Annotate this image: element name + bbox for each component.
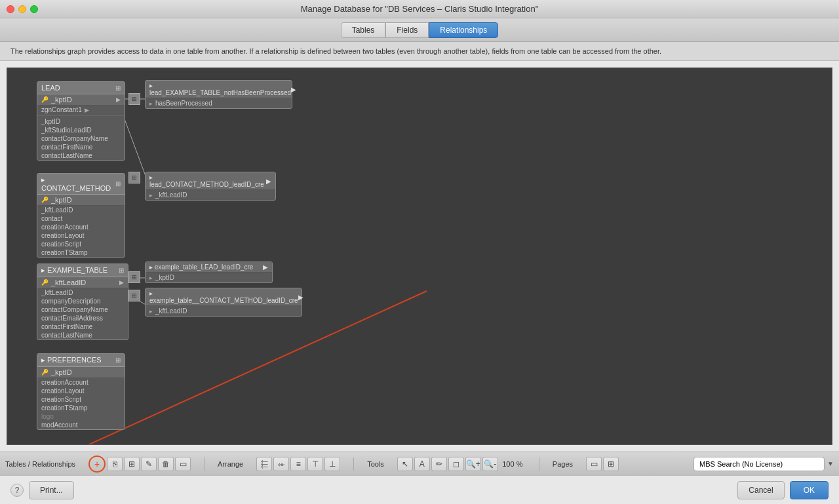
maximize-button[interactable] [30, 5, 38, 13]
toolbar-pages-group: ▭ ⊞ [586, 457, 619, 471]
join-box-3: ⊞ [128, 271, 140, 283]
tab-bar: Tables Fields Relationships [0, 18, 839, 42]
toolbar-tables-label: Tables / Relationships [5, 460, 75, 468]
search-dropdown-arrow[interactable]: ▼ [827, 460, 834, 467]
window-title: Manage Database for "DB Services – Clari… [301, 4, 539, 14]
table-preferences[interactable]: ▸ PREFERENCES ⊞ 🔑 _kptID creationAccount… [37, 353, 125, 430]
zoom-tool[interactable]: ◻ [448, 457, 464, 471]
title-bar: Manage Database for "DB Services – Clari… [0, 0, 839, 18]
separator-1 [204, 457, 205, 471]
rel-example-lead-header: ▸ example_table_LEAD_leadID_cre ▶ [146, 262, 272, 273]
join-box-1: ⊞ [128, 93, 140, 105]
search-box: ▼ [693, 457, 834, 471]
rel-example-lead-field: ▸ _kptID [146, 273, 272, 282]
print-button[interactable]: Print... [29, 481, 74, 499]
join-box-2: ⊞ [128, 172, 140, 184]
minimize-button[interactable] [18, 5, 26, 13]
join-box-4: ⊞ [128, 290, 140, 301]
close-button[interactable] [7, 5, 14, 13]
zoom-in-button[interactable]: 🔍+ [465, 457, 481, 471]
rel-lead-contact-field: ▸ _kftLeadID [146, 190, 275, 200]
bottom-toolbar: Tables / Relationships + ⎘ ⊞ ✎ 🗑 ▭ Arran… [0, 452, 839, 475]
table-lead[interactable]: LEAD ⊞ 🔑 _kptID ▶ zgnConstant1 ▶ _kptID … [37, 81, 125, 161]
help-button[interactable]: ? [10, 484, 24, 497]
pen-tool[interactable]: ✏ [431, 457, 447, 471]
expand-button[interactable]: ⊞ [124, 457, 140, 471]
tools-label: Tools [367, 460, 384, 468]
page-single-button[interactable]: ▭ [586, 457, 602, 471]
preferences-keyfield: 🔑 _kptID [37, 367, 125, 378]
separator-2 [353, 457, 354, 471]
ok-button[interactable]: OK [790, 481, 829, 499]
table-example[interactable]: ▸ EXAMPLE_TABLE ⊞ 🔑 _kftLeadID ▶ _kftLea… [37, 263, 128, 340]
duplicate-button[interactable]: ⎘ [107, 457, 123, 471]
tab-relationships[interactable]: Relationships [429, 22, 498, 38]
table-contact-method[interactable]: ▸ CONTACT_METHOD ⊞ 🔑 _kptID _kftLeadID c… [37, 173, 125, 258]
info-text: The relationships graph provides access … [10, 47, 661, 55]
arrange-label: Arrange [218, 460, 243, 468]
relationship-lines-svg [7, 68, 832, 444]
action-right: Cancel OK [737, 481, 829, 499]
align-center-button[interactable]: ⬰ [273, 457, 289, 471]
tab-fields[interactable]: Fields [385, 22, 429, 38]
separator-3 [539, 457, 539, 471]
relationships-canvas[interactable]: LEAD ⊞ 🔑 _kptID ▶ zgnConstant1 ▶ _kptID … [7, 68, 832, 445]
table-lead-header: LEAD ⊞ [37, 82, 125, 94]
table-lead-keyfield: 🔑 _kptID ▶ [37, 94, 125, 106]
action-bar: ? Print... Cancel OK [0, 475, 839, 504]
text-tool[interactable]: A [414, 457, 430, 471]
toolbar-tables-group: + ⎘ ⊞ ✎ 🗑 ▭ [88, 456, 191, 473]
zoom-out-button[interactable]: 🔍- [482, 457, 498, 471]
contact-method-header: ▸ CONTACT_METHOD ⊞ [37, 174, 125, 195]
rel-lead-contact-header: ▸ lead_CONTACT_METHOD_leadID_cre ▶ [146, 172, 275, 190]
main-area: LEAD ⊞ 🔑 _kptID ▶ zgnConstant1 ▶ _kptID … [0, 61, 839, 475]
align-left-button[interactable]: ⬱ [256, 457, 272, 471]
rel-table-lead-contact[interactable]: ▸ lead_CONTACT_METHOD_leadID_cre ▶ ▸ _kf… [145, 172, 276, 201]
example-header: ▸ EXAMPLE_TABLE ⊞ [37, 264, 128, 277]
delete-button[interactable]: 🗑 [158, 457, 174, 471]
add-table-button[interactable]: + [88, 456, 106, 473]
rel-lead-example-header: ▸ lead_EXAMPLE_TABLE_notHasBeenProcessed… [146, 81, 292, 98]
rel-lead-example-field: ▸ hasBeenProcessed [146, 98, 292, 108]
rel-example-contact-header: ▸ example_table__CONTACT_METHOD_leadID_c… [146, 288, 302, 306]
preferences-header: ▸ PREFERENCES ⊞ [37, 354, 125, 367]
lead-field-1: zgnConstant1 ▶ [37, 106, 125, 114]
example-keyfield: 🔑 _kftLeadID ▶ [37, 277, 128, 288]
toolbar-tools-group: ↖ A ✏ ◻ 🔍+ 🔍- 100 % [397, 457, 526, 471]
traffic-lights [7, 5, 38, 13]
info-bar: The relationships graph provides access … [0, 42, 839, 61]
rel-example-contact-field: ▸ _kftLeadID [146, 306, 302, 316]
search-input[interactable] [693, 457, 825, 471]
zoom-display: 100 % [499, 460, 526, 468]
rel-table-example-lead[interactable]: ▸ example_table_LEAD_leadID_cre ▶ ▸ _kpt… [145, 262, 273, 283]
rect-button[interactable]: ▭ [175, 457, 191, 471]
page-multi-button[interactable]: ⊞ [603, 457, 619, 471]
rel-table-example-contact[interactable]: ▸ example_table__CONTACT_METHOD_leadID_c… [145, 288, 302, 317]
toolbar-arrange-group: ⬱ ⬰ ≡ ⊤ ⊥ [256, 457, 340, 471]
edit-button[interactable]: ✎ [141, 457, 157, 471]
left-actions: ? Print... [10, 481, 74, 499]
align-bottom-button[interactable]: ⊥ [324, 457, 340, 471]
cancel-button[interactable]: Cancel [737, 481, 784, 499]
align-top-button[interactable]: ⊤ [307, 457, 323, 471]
align-right-button[interactable]: ≡ [290, 457, 306, 471]
select-tool[interactable]: ↖ [397, 457, 413, 471]
contact-method-keyfield: 🔑 _kptID [37, 195, 125, 206]
tab-tables[interactable]: Tables [341, 22, 386, 38]
rel-table-lead-example[interactable]: ▸ lead_EXAMPLE_TABLE_notHasBeenProcessed… [145, 80, 292, 109]
pages-label: Pages [553, 460, 573, 468]
